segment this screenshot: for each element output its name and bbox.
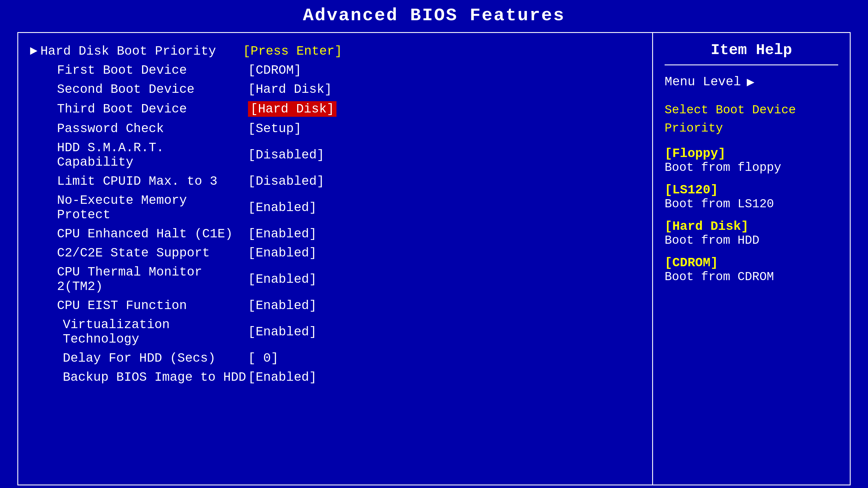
row-value-backup-bios: [Enabled] bbox=[248, 370, 317, 385]
row-label-hard-disk-boot-priority: Hard Disk Boot Priority bbox=[40, 44, 243, 58]
page-title: Advanced BIOS Features bbox=[0, 0, 868, 29]
row-value-second-boot-device: [Hard Disk] bbox=[248, 82, 332, 97]
row-value-password-check: [Setup] bbox=[248, 122, 302, 136]
row-label-delay-for-hdd: Delay For HDD (Secs) bbox=[45, 351, 248, 365]
bios-row-no-execute[interactable]: No-Execute Memory Protect [Enabled] bbox=[30, 191, 644, 224]
bios-row-c2-c2e-state[interactable]: C2/C2E State Support [Enabled] bbox=[30, 243, 644, 262]
help-option-3: [CDROM] Boot from CDROM bbox=[664, 256, 838, 284]
bios-row-backup-bios[interactable]: Backup BIOS Image to HDD [Enabled] bbox=[30, 368, 644, 387]
menu-level-label: Menu Level bbox=[664, 74, 741, 89]
help-option-0: [Floppy] Boot from floppy bbox=[664, 146, 838, 174]
help-option-desc-3: Boot from CDROM bbox=[664, 270, 838, 284]
help-title-text: Select Boot Device Priority bbox=[664, 103, 796, 135]
row-label-limit-cpuid: Limit CPUID Max. to 3 bbox=[45, 174, 248, 189]
help-text: Select Boot Device Priority bbox=[664, 101, 838, 138]
help-option-label-3: [CDROM] bbox=[664, 256, 838, 270]
bios-screen: Advanced BIOS Features ► Hard Disk Boot … bbox=[0, 0, 868, 488]
menu-level-arrow: ▶ bbox=[747, 74, 754, 90]
row-value-virtualization: [Enabled] bbox=[248, 325, 317, 339]
row-value-delay-for-hdd: [ 0] bbox=[248, 351, 279, 365]
bios-row-hard-disk-boot-priority[interactable]: ► Hard Disk Boot Priority [Press Enter] bbox=[30, 42, 644, 61]
help-option-desc-1: Boot from LS120 bbox=[664, 197, 838, 211]
row-label-hdd-smart: HDD S.M.A.R.T. Capability bbox=[45, 140, 248, 169]
help-option-desc-0: Boot from floppy bbox=[664, 161, 838, 174]
main-content: ► Hard Disk Boot Priority [Press Enter] … bbox=[18, 32, 850, 485]
row-value-limit-cpuid: [Disabled] bbox=[248, 174, 324, 189]
row-value-hard-disk-boot-priority: [Press Enter] bbox=[243, 44, 342, 58]
help-option-label-2: [Hard Disk] bbox=[664, 219, 838, 234]
row-label-no-execute: No-Execute Memory Protect bbox=[45, 193, 248, 222]
left-panel: ► Hard Disk Boot Priority [Press Enter] … bbox=[18, 33, 653, 485]
row-label-virtualization: Virtualization Technology bbox=[45, 318, 248, 346]
row-label-c2-c2e-state: C2/C2E State Support bbox=[45, 246, 248, 260]
help-option-label-0: [Floppy] bbox=[664, 146, 838, 161]
arrow-icon: ► bbox=[30, 44, 37, 58]
help-options: [Floppy] Boot from floppy [LS120] Boot f… bbox=[664, 146, 838, 292]
row-label-first-boot-device: First Boot Device bbox=[45, 63, 248, 77]
row-label-second-boot-device: Second Boot Device bbox=[45, 82, 248, 97]
row-label-backup-bios: Backup BIOS Image to HDD bbox=[45, 370, 248, 385]
row-value-cpu-thermal-monitor: [Enabled] bbox=[248, 272, 317, 287]
bios-row-second-boot-device[interactable]: Second Boot Device [Hard Disk] bbox=[30, 80, 644, 99]
row-label-cpu-eist: CPU EIST Function bbox=[45, 298, 248, 313]
row-label-password-check: Password Check bbox=[45, 122, 248, 136]
row-value-cpu-eist: [Enabled] bbox=[248, 298, 317, 313]
bios-row-virtualization[interactable]: Virtualization Technology [Enabled] bbox=[30, 315, 644, 349]
right-panel: Item Help Menu Level ▶ Select Boot Devic… bbox=[653, 33, 850, 485]
bios-row-first-boot-device[interactable]: First Boot Device [CDROM] bbox=[30, 61, 644, 80]
row-label-third-boot-device: Third Boot Device bbox=[45, 102, 248, 116]
bios-row-cpu-eist[interactable]: CPU EIST Function [Enabled] bbox=[30, 296, 644, 315]
bios-row-password-check[interactable]: Password Check [Setup] bbox=[30, 119, 644, 138]
bios-row-limit-cpuid[interactable]: Limit CPUID Max. to 3 [Disabled] bbox=[30, 172, 644, 191]
help-option-1: [LS120] Boot from LS120 bbox=[664, 183, 838, 211]
row-value-hdd-smart: [Disabled] bbox=[248, 148, 324, 162]
row-value-no-execute: [Enabled] bbox=[248, 200, 317, 215]
bios-row-cpu-enhanced-halt[interactable]: CPU Enhanced Halt (C1E) [Enabled] bbox=[30, 224, 644, 243]
row-value-cpu-enhanced-halt: [Enabled] bbox=[248, 227, 317, 241]
row-value-third-boot-device: [Hard Disk] bbox=[248, 101, 337, 117]
bios-row-delay-for-hdd[interactable]: Delay For HDD (Secs) [ 0] bbox=[30, 349, 644, 368]
bios-row-cpu-thermal-monitor[interactable]: CPU Thermal Monitor 2(TM2) [Enabled] bbox=[30, 262, 644, 296]
row-value-first-boot-device: [CDROM] bbox=[248, 63, 302, 77]
menu-level-row: Menu Level ▶ bbox=[664, 74, 838, 90]
row-label-cpu-enhanced-halt: CPU Enhanced Halt (C1E) bbox=[45, 227, 248, 241]
row-label-cpu-thermal-monitor: CPU Thermal Monitor 2(TM2) bbox=[45, 265, 248, 294]
bios-row-third-boot-device[interactable]: Third Boot Device [Hard Disk] bbox=[30, 99, 644, 119]
help-option-label-1: [LS120] bbox=[664, 183, 838, 197]
row-value-c2-c2e-state: [Enabled] bbox=[248, 246, 317, 260]
help-option-2: [Hard Disk] Boot from HDD bbox=[664, 219, 838, 248]
item-help-title: Item Help bbox=[664, 42, 838, 65]
help-option-desc-2: Boot from HDD bbox=[664, 234, 838, 248]
bios-row-hdd-smart[interactable]: HDD S.M.A.R.T. Capability [Disabled] bbox=[30, 138, 644, 172]
